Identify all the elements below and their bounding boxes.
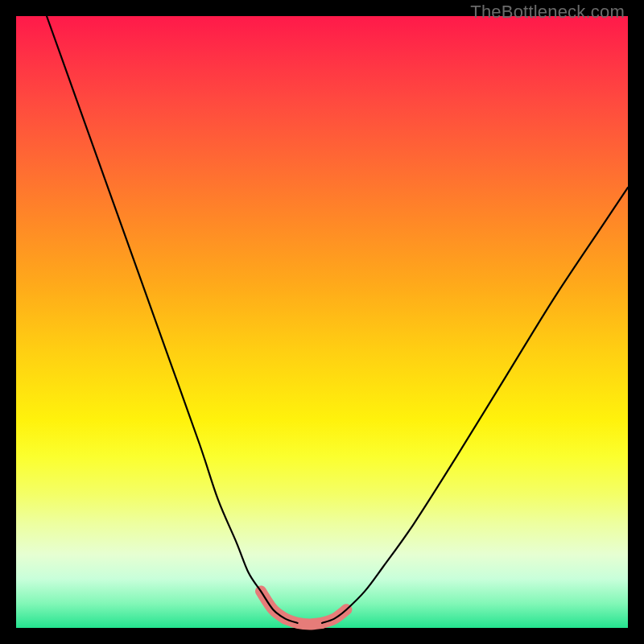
chart-frame: TheBottleneck.com <box>0 0 644 644</box>
right-curve <box>322 188 628 623</box>
watermark-text: TheBottleneck.com <box>470 2 625 23</box>
left-curve <box>47 16 298 623</box>
curves-svg <box>16 16 628 628</box>
plot-area <box>16 16 628 628</box>
